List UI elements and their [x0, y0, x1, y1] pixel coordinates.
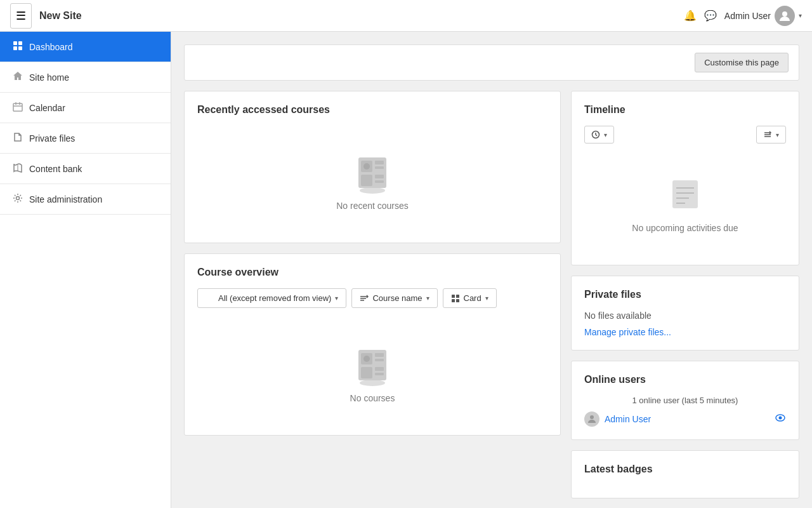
timeline-list-arrow: ▾: [776, 131, 779, 138]
sort-arrow: ▾: [426, 295, 429, 302]
site-admin-icon: [13, 193, 23, 205]
course-overview-card: Course overview All (except removed from…: [184, 253, 561, 436]
timeline-sort-btn[interactable]: ▾: [584, 126, 614, 144]
sidebar-item-site-home[interactable]: Site home: [0, 62, 171, 93]
timeline-card: Timeline ▾: [571, 91, 799, 265]
filter-dropdown[interactable]: All (except removed from view) ▾: [197, 288, 346, 308]
columns: Recently accessed courses: [184, 91, 799, 498]
hamburger-menu[interactable]: ☰: [10, 3, 32, 29]
sidebar-item-dashboard[interactable]: Dashboard: [0, 32, 171, 62]
latest-badges-card: Latest badges: [571, 450, 799, 498]
timeline-controls: ▾ ▾: [584, 126, 786, 144]
online-users-title: Online users: [584, 374, 786, 385]
course-overview-title: Course overview: [197, 267, 547, 278]
svg-rect-5: [13, 104, 22, 111]
sidebar-item-site-administration[interactable]: Site administration: [0, 184, 171, 215]
sort-dropdown[interactable]: Course name ▾: [351, 288, 437, 308]
svg-rect-25: [452, 299, 455, 302]
col-left: Recently accessed courses: [184, 91, 561, 436]
online-count-text: 1 online user (last 5 minutes): [584, 396, 786, 405]
timeline-sort-arrow: ▾: [604, 131, 607, 138]
svg-point-27: [360, 380, 385, 386]
svg-rect-30: [375, 353, 384, 357]
svg-rect-19: [363, 163, 370, 170]
calendar-icon: [13, 102, 23, 114]
navbar-right: 🔔 💬 Admin User ▾: [684, 6, 802, 26]
user-name: Admin User: [724, 11, 771, 21]
timeline-empty: No upcoming activities due: [584, 156, 786, 252]
online-user-row: Admin User: [584, 411, 786, 427]
svg-rect-3: [13, 46, 17, 50]
user-dropdown-icon: ▾: [799, 12, 802, 19]
svg-rect-18: [375, 180, 384, 183]
svg-rect-15: [375, 166, 384, 169]
no-courses-icon: [347, 145, 398, 196]
col-right: Timeline ▾: [571, 91, 799, 498]
filter-arrow: ▾: [335, 295, 338, 302]
svg-rect-26: [456, 299, 459, 302]
sidebar-label-dashboard: Dashboard: [29, 42, 73, 52]
svg-point-0: [782, 11, 787, 17]
sidebar-label-site-home: Site home: [29, 72, 69, 83]
navbar: ☰ New Site 🔔 💬 Admin User ▾: [0, 0, 812, 32]
sidebar-item-calendar[interactable]: Calendar: [0, 93, 171, 123]
latest-badges-title: Latest badges: [584, 464, 786, 475]
svg-rect-2: [18, 41, 22, 45]
user-menu[interactable]: Admin User ▾: [724, 6, 802, 26]
svg-rect-1: [13, 41, 17, 45]
avatar: [775, 6, 795, 26]
sidebar: Dashboard Site home Calendar: [0, 32, 171, 508]
view-arrow: ▾: [485, 295, 488, 302]
layout: Dashboard Site home Calendar: [0, 32, 812, 508]
recently-accessed-card: Recently accessed courses: [184, 91, 561, 243]
svg-rect-23: [452, 295, 455, 298]
svg-point-47: [779, 417, 782, 420]
online-user-avatar: [584, 411, 599, 427]
eye-icon[interactable]: [775, 412, 786, 426]
online-user-name[interactable]: Admin User: [605, 414, 769, 424]
svg-point-10: [16, 197, 20, 200]
svg-rect-17: [375, 175, 384, 178]
no-courses-text: No courses: [350, 393, 395, 403]
svg-point-45: [590, 415, 594, 419]
customise-page-button[interactable]: Customise this page: [695, 53, 789, 72]
dashboard-icon: [13, 41, 23, 53]
recently-accessed-title: Recently accessed courses: [197, 104, 547, 116]
svg-rect-31: [375, 359, 384, 361]
notifications-icon[interactable]: 🔔: [684, 10, 697, 22]
svg-rect-24: [456, 295, 459, 298]
no-recent-courses-text: No recent courses: [336, 201, 409, 211]
sidebar-label-private-files: Private files: [29, 133, 75, 144]
view-label: Card: [464, 293, 481, 303]
messages-icon[interactable]: 💬: [704, 10, 717, 22]
private-files-card: Private files No files available Manage …: [571, 276, 799, 351]
filter-label: All (except removed from view): [218, 293, 331, 303]
site-title: New Site: [39, 10, 684, 22]
no-courses-overview-icon: [347, 337, 398, 388]
sidebar-item-content-bank[interactable]: Content bank: [0, 154, 171, 184]
sidebar-label-calendar: Calendar: [29, 103, 65, 113]
svg-rect-4: [18, 46, 22, 50]
sidebar-label-site-administration: Site administration: [29, 194, 102, 204]
main-content: Customise this page Recently accessed co…: [171, 32, 812, 508]
svg-rect-14: [375, 161, 384, 164]
svg-rect-32: [361, 367, 372, 378]
no-activities-icon: [666, 175, 704, 215]
home-icon: [13, 71, 23, 83]
sidebar-item-private-files[interactable]: Private files: [0, 123, 171, 154]
svg-rect-40: [672, 180, 698, 208]
svg-rect-16: [361, 175, 372, 186]
no-files-text: No files available: [584, 311, 786, 321]
online-users-card: Online users 1 online user (last 5 minut…: [571, 361, 799, 440]
sort-label: Course name: [372, 293, 422, 303]
svg-rect-33: [375, 367, 384, 371]
manage-private-files-link[interactable]: Manage private files...: [584, 327, 671, 337]
view-dropdown[interactable]: Card ▾: [443, 288, 497, 308]
svg-rect-35: [363, 356, 370, 362]
course-filters: All (except removed from view) ▾ Course …: [197, 288, 547, 308]
timeline-title: Timeline: [584, 104, 786, 116]
svg-rect-34: [375, 373, 384, 375]
timeline-list-btn[interactable]: ▾: [756, 126, 786, 144]
top-bar: Customise this page: [184, 44, 799, 81]
recently-accessed-empty: No recent courses: [197, 126, 547, 230]
